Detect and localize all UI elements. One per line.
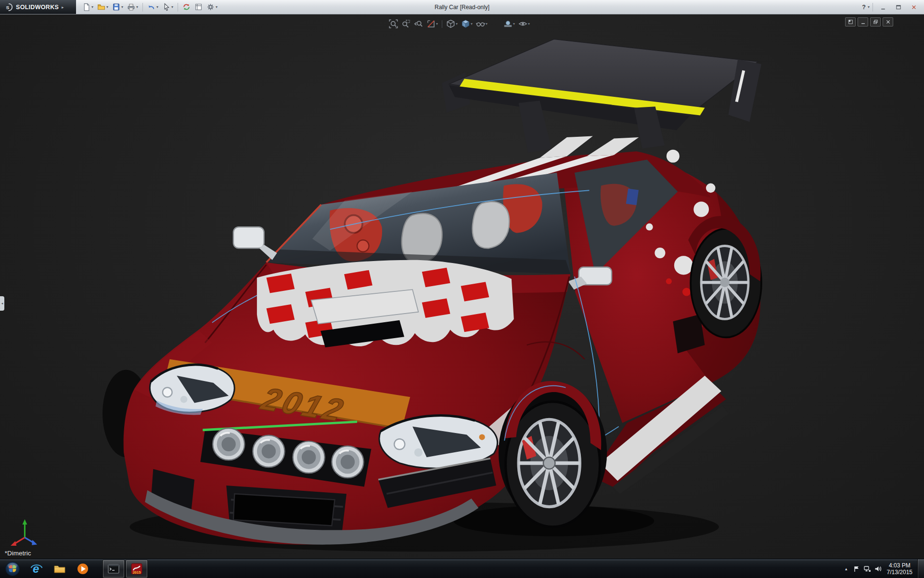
minimize-icon [880, 4, 886, 10]
media-player-icon [76, 562, 90, 576]
new-document-icon [82, 3, 90, 11]
glasses-icon [476, 19, 485, 28]
file-properties-button[interactable] [193, 2, 204, 12]
doc-minimize-button[interactable] [858, 17, 868, 26]
help-button[interactable]: ? [861, 4, 867, 11]
rear-wing[interactable] [442, 39, 761, 152]
restore-icon [873, 19, 878, 25]
view-orientation-label: *Dimetric [5, 550, 31, 557]
volume-icon[interactable] [873, 559, 883, 578]
action-center-icon[interactable] [851, 559, 862, 578]
edit-appearance-button[interactable] [490, 18, 501, 29]
dropdown-caret-icon[interactable]: ▾ [436, 22, 438, 26]
show-desktop-button[interactable] [917, 559, 924, 578]
dassault-systemes-logo-icon: S [4, 3, 13, 12]
minimize-window-button[interactable] [876, 2, 890, 12]
start-button[interactable] [0, 559, 25, 578]
section-view-button[interactable]: ▾ [425, 18, 439, 29]
rally-light [213, 428, 244, 460]
clock-date: 7/13/2015 [887, 569, 912, 576]
zoom-to-fit-button[interactable] [388, 18, 399, 29]
dropdown-caret-icon[interactable]: ▾ [136, 5, 138, 9]
folder-icon [53, 562, 66, 576]
titlebar-right-controls: ? ▾ [861, 2, 924, 12]
dropdown-caret-icon[interactable]: ▾ [106, 5, 108, 9]
system-tray: ▴ 4:03 PM 7/13/2015 [841, 559, 924, 578]
view-settings-button[interactable]: ▾ [517, 18, 531, 29]
dropdown-caret-icon[interactable]: ▾ [156, 5, 158, 9]
taskbar-item-windows-explorer[interactable] [49, 560, 71, 578]
undo-button[interactable]: ▾ [146, 2, 160, 12]
view-settings-eye-icon [518, 19, 527, 28]
window-title: Rally Car [Read-only] [435, 4, 489, 11]
taskbar: e 2015 ▴ [0, 559, 924, 578]
menu-expand-arrow-icon[interactable]: ▸ [62, 5, 64, 10]
doc-restore-button[interactable] [870, 17, 881, 26]
toolbar-separator [142, 3, 143, 12]
dropdown-caret-icon[interactable]: ▾ [216, 5, 218, 9]
taskbar-item-solidworks[interactable]: 2015 [126, 560, 148, 578]
taskbar-clock[interactable]: 4:03 PM 7/13/2015 [883, 562, 917, 576]
file-properties-sheet-icon [194, 3, 203, 11]
taskbar-item-internet-explorer[interactable]: e [26, 560, 48, 578]
rebuild-arrows-icon [182, 3, 191, 11]
dropdown-caret-icon[interactable]: ▾ [456, 22, 458, 26]
options-button[interactable]: ▾ [205, 2, 219, 12]
dropdown-caret-icon[interactable]: ▾ [513, 22, 515, 26]
collapse-arrow-icon: ◂ [1, 302, 3, 305]
toolbar-separator [442, 20, 442, 28]
solidworks-icon: 2015 [130, 562, 143, 576]
rebuild-button[interactable] [181, 2, 192, 12]
dropdown-caret-icon[interactable]: ▾ [471, 22, 473, 26]
taskbar-item-command-prompt[interactable] [103, 560, 125, 578]
rally-light [293, 441, 325, 473]
new-document-button[interactable]: ▾ [81, 2, 95, 12]
hide-show-items-button[interactable]: ▾ [475, 18, 488, 29]
solidworks-version-badge: 2015 [133, 570, 141, 574]
doc-close-button[interactable] [883, 17, 893, 26]
internet-explorer-icon: e [30, 562, 43, 576]
rally-car-model[interactable]: 2012 [103, 39, 761, 552]
taskbar-item-media-player[interactable] [72, 560, 94, 578]
dropdown-caret-icon[interactable]: ▾ [121, 5, 123, 9]
heads-up-view-toolbar: ▾ ▾ ▾ ▾ ▾ ▾ [388, 18, 531, 29]
maximize-icon [896, 4, 901, 10]
undo-arrow-icon [147, 3, 155, 11]
side-mirror-left[interactable] [233, 227, 277, 260]
save-button[interactable]: ▾ [111, 2, 125, 12]
application-menu[interactable]: S SOLIDWORKS ▸ [0, 0, 76, 14]
close-icon [911, 4, 917, 10]
view-orientation-button[interactable]: ▾ [445, 18, 459, 29]
print-button[interactable]: ▾ [126, 2, 140, 12]
close-icon [886, 19, 891, 25]
hidden-icons-chevron[interactable]: ▴ [841, 566, 851, 571]
zoom-to-area-button[interactable] [400, 18, 411, 29]
section-view-icon [426, 19, 436, 28]
open-button[interactable]: ▾ [96, 2, 110, 12]
3d-scene[interactable]: 2012 [0, 14, 924, 559]
apply-scene-icon [503, 19, 513, 28]
network-icon[interactable] [862, 559, 873, 578]
maximize-window-button[interactable] [891, 2, 906, 12]
graphics-area[interactable]: 2012 [0, 14, 924, 559]
doc-fullscreen-button[interactable] [845, 17, 856, 26]
previous-view-button[interactable] [413, 18, 424, 29]
help-dropdown-caret-icon[interactable]: ▾ [868, 5, 870, 9]
dropdown-caret-icon[interactable]: ▾ [486, 22, 488, 26]
featuremanager-collapse-tab[interactable]: ◂ [0, 296, 4, 311]
zoom-to-area-icon [401, 19, 411, 28]
dropdown-caret-icon[interactable]: ▾ [528, 22, 530, 26]
rally-light [253, 435, 284, 467]
display-style-button[interactable]: ▾ [460, 18, 474, 29]
dropdown-caret-icon[interactable]: ▾ [171, 5, 173, 9]
dropdown-caret-icon[interactable]: ▾ [91, 5, 93, 9]
close-window-button[interactable] [907, 2, 921, 12]
minimize-icon [860, 19, 866, 25]
document-window-controls [845, 17, 893, 26]
select-button[interactable]: ▾ [161, 2, 175, 12]
apply-scene-button[interactable]: ▾ [502, 18, 516, 29]
command-prompt-icon [107, 562, 120, 576]
display-style-icon [461, 19, 470, 28]
toolbar-separator [873, 3, 873, 12]
appearance-ball-icon [491, 19, 500, 28]
